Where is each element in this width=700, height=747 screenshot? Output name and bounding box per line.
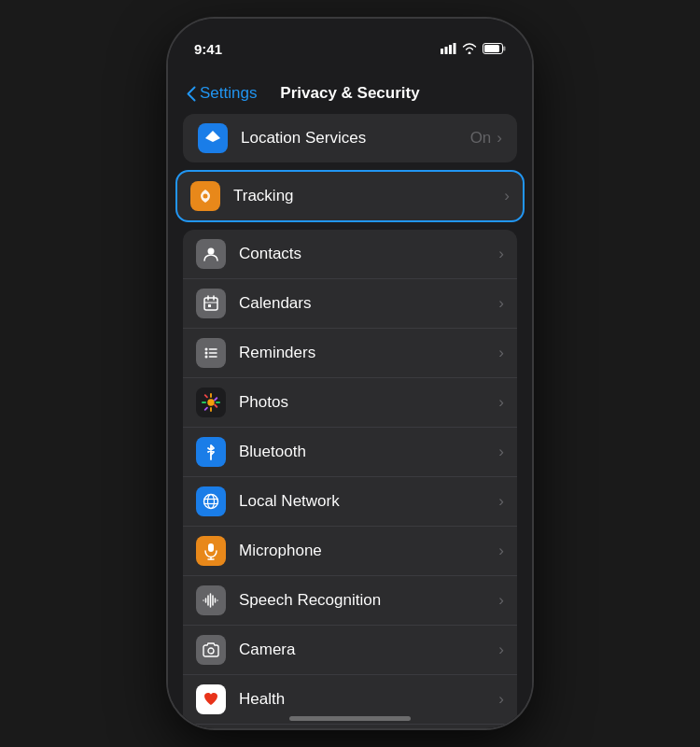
svg-point-43 (208, 648, 214, 654)
bluetooth-label: Bluetooth (239, 443, 497, 461)
reminders-item[interactable]: Reminders › (183, 329, 517, 378)
location-services-value: On (470, 129, 492, 148)
location-services-label: Location Services (241, 129, 470, 148)
main-list-section: Contacts › Calendars › (183, 230, 517, 728)
svg-rect-6 (503, 47, 506, 51)
speech-recognition-item[interactable]: Speech Recognition › (183, 576, 517, 626)
svg-rect-23 (202, 402, 206, 403)
reminders-label: Reminders (239, 344, 497, 362)
svg-rect-27 (203, 406, 208, 411)
location-services-chevron: › (497, 129, 502, 148)
svg-rect-9 (204, 298, 217, 310)
svg-point-8 (208, 248, 215, 255)
svg-rect-28 (214, 397, 218, 402)
research-sensor-item[interactable]: Research Sensor & Usage Data › (183, 725, 517, 728)
microphone-icon-wrapper (196, 536, 226, 566)
bluetooth-icon-wrapper (196, 437, 226, 467)
status-time: 9:41 (194, 41, 222, 57)
svg-point-7 (203, 194, 208, 199)
location-services-item[interactable]: Location Services On › (183, 114, 517, 162)
location-arrow-icon (203, 129, 222, 148)
speech-recognition-chevron: › (498, 591, 504, 610)
svg-rect-25 (203, 394, 208, 399)
wifi-icon (462, 43, 477, 54)
photos-chevron: › (498, 393, 504, 412)
nav-title: Privacy & Security (280, 84, 419, 103)
phone-frame: 9:41 (168, 19, 532, 728)
svg-point-29 (204, 495, 218, 509)
local-network-icon-wrapper (196, 486, 226, 516)
contacts-item[interactable]: Contacts › (183, 230, 517, 279)
screen: Settings Privacy & Security Location Ser… (168, 19, 532, 728)
calendars-icon (202, 294, 220, 313)
health-label: Health (239, 690, 497, 709)
location-services-icon-wrapper (198, 123, 228, 153)
globe-icon (202, 492, 220, 511)
svg-rect-2 (449, 45, 452, 54)
svg-point-15 (205, 352, 208, 355)
svg-point-16 (205, 356, 208, 359)
speech-recognition-label: Speech Recognition (239, 591, 497, 610)
camera-chevron: › (498, 641, 504, 659)
svg-rect-1 (445, 47, 448, 54)
calendars-item[interactable]: Calendars › (183, 279, 517, 329)
camera-label: Camera (239, 641, 497, 659)
status-bar: 9:41 (168, 19, 532, 65)
tracking-item[interactable]: Tracking › (175, 170, 525, 222)
bluetooth-icon (202, 443, 220, 461)
microphone-chevron: › (498, 542, 504, 560)
tracking-icon (196, 187, 215, 205)
local-network-label: Local Network (239, 492, 497, 511)
reminders-icon-wrapper (196, 338, 226, 368)
calendars-chevron: › (498, 294, 504, 313)
tracking-icon-wrapper (190, 181, 220, 211)
battery-icon (483, 43, 506, 54)
photos-item[interactable]: Photos › (183, 378, 517, 428)
speech-recognition-icon-wrapper (196, 585, 226, 615)
svg-rect-0 (441, 49, 443, 54)
svg-rect-13 (208, 304, 211, 307)
calendars-icon-wrapper (196, 289, 226, 318)
nav-bar: Settings Privacy & Security (168, 75, 532, 114)
tracking-label: Tracking (233, 187, 502, 205)
camera-icon (202, 641, 220, 659)
svg-point-20 (207, 399, 215, 406)
tracking-chevron: › (504, 187, 510, 205)
local-network-item[interactable]: Local Network › (183, 477, 517, 527)
reminders-icon (202, 344, 220, 362)
contacts-chevron: › (498, 245, 504, 263)
contacts-label: Contacts (239, 245, 497, 263)
status-icons (441, 43, 506, 54)
svg-rect-26 (214, 403, 218, 408)
top-section: Location Services On › (183, 114, 517, 162)
local-network-chevron: › (498, 492, 504, 511)
svg-rect-5 (484, 45, 499, 52)
svg-rect-21 (210, 393, 212, 398)
contacts-icon (202, 245, 220, 263)
waveform-icon (202, 591, 220, 610)
health-chevron: › (498, 690, 504, 709)
back-label: Settings (200, 84, 257, 103)
bluetooth-item[interactable]: Bluetooth › (183, 428, 517, 477)
svg-rect-24 (216, 402, 220, 403)
calendars-label: Calendars (239, 294, 497, 313)
back-chevron-icon (187, 86, 196, 102)
photos-icon (202, 393, 220, 412)
camera-item[interactable]: Camera › (183, 626, 517, 675)
microphone-label: Microphone (239, 542, 497, 560)
svg-point-30 (208, 495, 215, 509)
camera-icon-wrapper (196, 635, 226, 665)
svg-rect-33 (208, 543, 214, 552)
svg-rect-22 (210, 407, 212, 412)
microphone-item[interactable]: Microphone › (183, 527, 517, 576)
svg-point-14 (205, 348, 208, 351)
nav-back-button[interactable]: Settings (187, 84, 257, 103)
health-icon-wrapper (196, 684, 226, 714)
photos-icon-wrapper (196, 388, 226, 417)
health-icon (202, 690, 220, 709)
signal-icon (441, 43, 456, 54)
bluetooth-chevron: › (498, 443, 504, 461)
contacts-icon-wrapper (196, 239, 226, 269)
photos-label: Photos (239, 393, 497, 412)
home-indicator (289, 716, 411, 721)
